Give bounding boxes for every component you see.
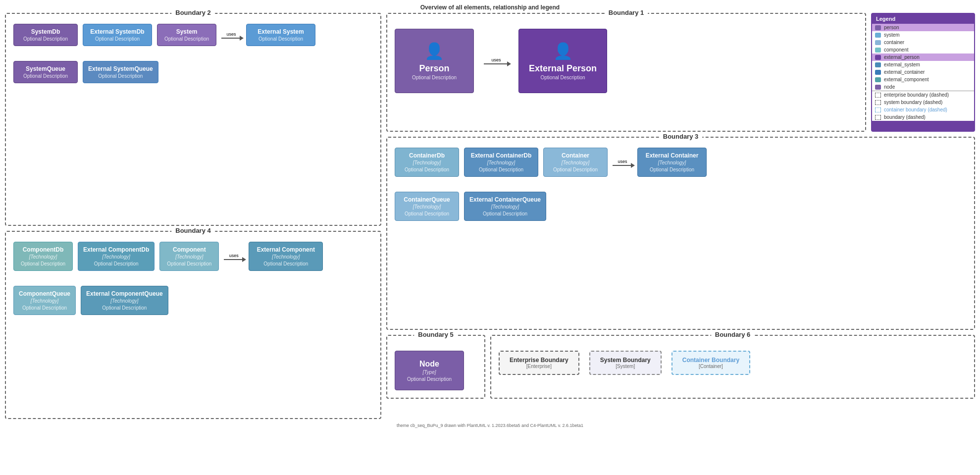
page-title: Overview of all elements, relationship a… <box>0 0 980 13</box>
legend-enterprise-boundary: enterprise boundary (dashed) <box>872 91 974 99</box>
legend-swatch-system <box>875 33 881 38</box>
legend-swatch-container <box>875 40 881 45</box>
legend-item-system: system <box>872 31 974 39</box>
legend-box: Legend person system container component <box>871 13 975 132</box>
boundary1-title: Boundary 1 <box>605 9 648 16</box>
legend-item-ext-component: external_component <box>872 76 974 83</box>
boundary6-box: Boundary 6 Enterprise Boundary [Enterpri… <box>490 335 975 399</box>
legend-swatch-person <box>875 25 881 30</box>
container-boundary-card: Container Boundary [Container] <box>671 351 750 375</box>
legend-boundary-swatch <box>875 115 881 120</box>
legend-container-swatch <box>875 107 881 112</box>
person-card: 👤 Person Optional Description <box>395 29 474 93</box>
boundary5-box: Boundary 5 Node [Type] Optional Descript… <box>386 335 485 399</box>
legend-system-boundary: system boundary (dashed) <box>872 99 974 106</box>
ext-systemqueue-card: External SystemQueue Optional Descriptio… <box>83 61 158 83</box>
boundary6-title: Boundary 6 <box>711 331 755 338</box>
system-to-extsystem-arrow: uses <box>221 32 241 39</box>
legend-item-container: container <box>872 39 974 46</box>
ext-componentqueue-card: External ComponentQueue [Technology] Opt… <box>81 286 168 315</box>
componentdb-card: ComponentDb [Technology] Optional Descri… <box>13 242 73 271</box>
legend-header: Legend <box>872 14 974 24</box>
legend-item-person: person <box>872 24 974 31</box>
ext-container-card: External Container [Technology] Optional… <box>637 148 707 177</box>
legend-container-boundary: container boundary (dashed) <box>872 106 974 113</box>
boundary4-box: Boundary 4 ComponentDb [Technology] Opti… <box>5 231 381 419</box>
boundary2-title: Boundary 2 <box>171 9 215 16</box>
top-right-area: Boundary 1 👤 Person Optional Description… <box>386 13 975 132</box>
ext-system-card: External System Optional Description <box>246 24 315 46</box>
ext-containerqueue-card: External ContainerQueue [Technology] Opt… <box>464 192 546 221</box>
ext-containerdb-card: External ContainerDb [Technology] Option… <box>464 148 538 177</box>
container-to-extcontainer-arrow: uses <box>613 159 632 166</box>
system-card: System Optional Description <box>157 24 216 46</box>
legend-swatch-component <box>875 48 881 53</box>
ext-component-card: External Component [Technology] Optional… <box>249 242 323 271</box>
component-to-extcomponent-arrow: uses <box>224 253 244 260</box>
container-card: Container [Technology] Optional Descript… <box>543 148 608 177</box>
boundary5-title: Boundary 5 <box>414 331 458 338</box>
legend-swatch-ext-component <box>875 77 881 82</box>
legend-swatch-ext-person <box>875 55 881 60</box>
person-icon: 👤 <box>424 42 444 60</box>
boundary3-box: Boundary 3 ContainerDb [Technology] Opti… <box>386 137 975 330</box>
legend-swatch-node <box>875 85 881 90</box>
legend-item-component: component <box>872 46 974 53</box>
legend-swatch-ext-system <box>875 62 881 67</box>
systemqueue-card: SystemQueue Optional Description <box>13 61 78 83</box>
person-to-extperson-arrow: uses <box>484 57 509 64</box>
legend-item-ext-system: external_system <box>872 61 974 68</box>
boundary4-title: Boundary 4 <box>171 227 215 234</box>
node-card: Node [Type] Optional Description <box>395 351 464 390</box>
ext-person-icon: 👤 <box>553 42 573 60</box>
boundary3-title: Boundary 3 <box>659 133 703 140</box>
legend-item-ext-person: external_person <box>872 53 974 61</box>
right-column: Boundary 1 👤 Person Optional Description… <box>386 13 975 419</box>
componentqueue-card: ComponentQueue [Technology] Optional Des… <box>13 286 76 315</box>
systemdb-card: SystemDb Optional Description <box>13 24 78 46</box>
legend-item-ext-container: external_container <box>872 68 974 76</box>
legend-enterprise-swatch <box>875 93 881 98</box>
legend-swatch-ext-container <box>875 70 881 75</box>
containerqueue-card: ContainerQueue [Technology] Optional Des… <box>395 192 459 221</box>
ext-componentdb-card: External ComponentDb [Technology] Option… <box>78 242 155 271</box>
boundary1-box: Boundary 1 👤 Person Optional Description… <box>386 13 866 132</box>
legend-item-node: node <box>872 83 974 91</box>
containerdb-card: ContainerDb [Technology] Optional Descri… <box>395 148 459 177</box>
system-boundary-card: System Boundary [System] <box>589 351 662 375</box>
bottom-right-row: Boundary 5 Node [Type] Optional Descript… <box>386 335 975 399</box>
boundary2-box: Boundary 2 SystemDb Optional Description… <box>5 13 381 226</box>
footer: theme cb_seq_BuPu_9 drawn with PlantUML … <box>0 419 980 430</box>
component-card: Component [Technology] Optional Descript… <box>159 242 219 271</box>
legend-system-swatch <box>875 100 881 105</box>
enterprise-boundary-card: Enterprise Boundary [Enterprise] <box>499 351 579 375</box>
left-column: Boundary 2 SystemDb Optional Description… <box>5 13 381 419</box>
ext-systemdb-card: External SystemDb Optional Description <box>83 24 152 46</box>
legend-boundary: boundary (dashed) <box>872 113 974 121</box>
ext-person-card: 👤 External Person Optional Description <box>518 29 607 93</box>
